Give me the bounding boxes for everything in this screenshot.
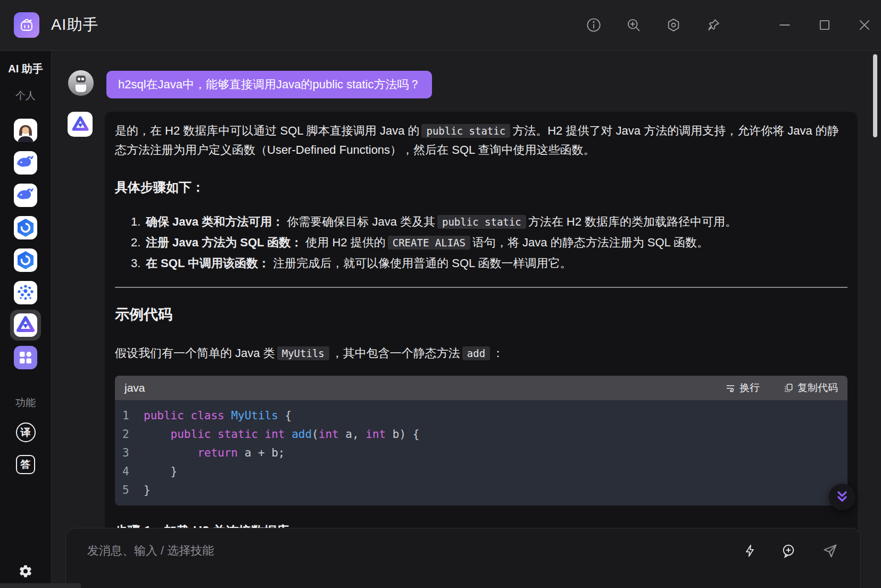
sidebar: AI 助手 个人	[0, 51, 52, 588]
code-block-header: java 换行 复制代码	[115, 376, 847, 400]
code-block: java 换行 复制代码	[115, 376, 847, 506]
inline-code: public static	[437, 215, 526, 229]
step-item: 3.在 SQL 中调用该函数： 注册完成后，就可以像使用普通的 SQL 函数一样…	[131, 253, 847, 273]
title-bar: AI助手	[0, 0, 881, 51]
step-item: 1.确保 Java 类和方法可用： 你需要确保目标 Java 类及其public…	[131, 212, 847, 232]
window-title: AI助手	[51, 14, 98, 36]
settings-gear-icon[interactable]	[19, 564, 33, 578]
code-body: 1public class MyUtils {2 public static i…	[115, 400, 847, 506]
code-line: 1public class MyUtils {	[115, 406, 847, 425]
maximize-button[interactable]	[817, 17, 833, 33]
example-intro: 假设我们有一个简单的 Java 类MyUtils，其中包含一个静态方法add：	[115, 344, 847, 362]
steps-heading: 具体步骤如下：	[115, 179, 847, 196]
close-button[interactable]	[857, 17, 872, 33]
quick-skill-bolt-icon[interactable]	[742, 543, 758, 559]
user-avatar	[68, 70, 94, 96]
message-input[interactable]: 发消息、输入 / 选择技能	[87, 543, 214, 559]
sidebar-item-dotted-sphere-icon[interactable]	[14, 281, 37, 304]
translate-glyph: 译	[21, 426, 31, 440]
sidebar-item-whale-icon-2[interactable]	[14, 184, 37, 207]
sidebar-item-apps-grid-icon[interactable]	[14, 346, 37, 369]
sidebar-app-label: AI 助手	[8, 62, 43, 76]
sidebar-item-cube-icon[interactable]	[14, 216, 37, 239]
sidebar-item-user-avatar-icon[interactable]	[14, 119, 37, 142]
sidebar-item-chatglm-selected[interactable]	[10, 310, 41, 341]
code-line: 4 }	[115, 462, 847, 481]
wrap-lines-button[interactable]: 换行	[725, 381, 760, 395]
user-message-bubble: h2sql在Java中，能够直接调用Java的public static方法吗？	[106, 71, 432, 98]
sidebar-section-features: 功能	[15, 396, 36, 410]
answer-icon[interactable]: 答	[16, 455, 35, 474]
double-chevron-down-icon	[835, 489, 850, 505]
app-logo-robot-icon	[14, 12, 39, 38]
info-icon[interactable]	[586, 17, 602, 33]
example-heading: 示例代码	[115, 305, 847, 324]
inline-code: public static	[421, 124, 510, 138]
section-divider	[115, 287, 847, 288]
settings-hexagon-icon[interactable]	[666, 17, 681, 33]
new-chat-bubble-icon[interactable]	[780, 543, 796, 559]
assistant-message-bubble: 是的，在 H2 数据库中可以通过 SQL 脚本直接调用 Java 的public…	[105, 112, 858, 588]
answer-paragraph: 是的，在 H2 数据库中可以通过 SQL 脚本直接调用 Java 的public…	[115, 121, 847, 160]
code-line: 2 public static int add(int a, int b) {	[115, 425, 847, 443]
send-button[interactable]	[822, 543, 838, 559]
code-language-label: java	[124, 382, 145, 394]
copy-code-button[interactable]: 复制代码	[783, 381, 838, 395]
step-item: 2.注册 Java 方法为 SQL 函数： 使用 H2 提供的CREATE AL…	[131, 233, 847, 253]
chat-area: h2sql在Java中，能够直接调用Java的public static方法吗？…	[52, 51, 881, 588]
sidebar-item-cube-icon-2[interactable]	[14, 249, 37, 272]
zoom-in-icon[interactable]	[626, 17, 642, 33]
code-line: 3 return a + b;	[115, 443, 847, 462]
pin-icon[interactable]	[705, 17, 721, 33]
inline-code: MyUtils	[277, 346, 329, 360]
scrollbar-thumb[interactable]	[873, 54, 877, 137]
answer-glyph: 答	[21, 458, 31, 471]
chatglm-icon	[14, 313, 37, 337]
steps-list: 1.确保 Java 类和方法可用： 你需要确保目标 Java 类及其public…	[131, 212, 847, 273]
wrap-icon	[725, 383, 736, 393]
minimize-button[interactable]	[777, 17, 793, 33]
assistant-avatar-chatglm-icon	[68, 112, 93, 137]
code-line: 5}	[115, 481, 847, 499]
copy-icon	[783, 383, 794, 393]
translate-icon[interactable]: 译	[16, 423, 36, 442]
inline-code: CREATE ALIAS	[388, 236, 470, 250]
sidebar-item-whale-icon[interactable]	[14, 151, 37, 175]
sidebar-section-personal: 个人	[15, 89, 36, 103]
inline-code: add	[462, 346, 490, 360]
message-composer[interactable]: 发消息、输入 / 选择技能	[65, 528, 861, 588]
scroll-to-bottom-button[interactable]	[829, 484, 855, 510]
background-window-sliver	[0, 583, 81, 588]
